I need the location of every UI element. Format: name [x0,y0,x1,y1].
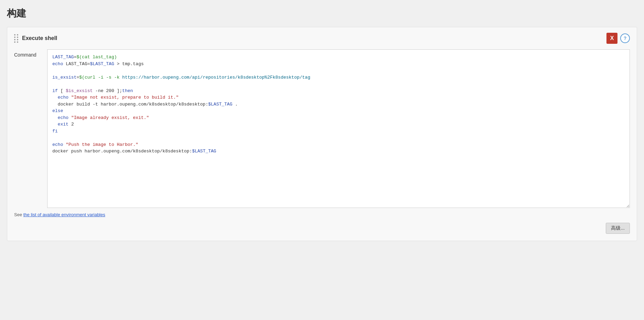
code-line: is_exsist=$(curl -i -s -k https://harbor… [52,74,625,81]
code-editor[interactable]: LAST_TAG=$(cat last_tag) echo LAST_TAG=$… [47,49,630,208]
code-line: else [52,108,625,114]
page-title: 构建 [7,7,637,20]
env-vars-link[interactable]: the list of available environment variab… [23,212,105,217]
code-line [52,134,625,141]
command-label: Command [14,49,42,58]
code-line: LAST_TAG=$(cat last_tag) [52,54,625,61]
code-line: echo "Image not exsist, prepare to build… [52,94,625,101]
drag-handle-icon[interactable] [14,34,19,43]
card-header-left: Execute shell [14,34,57,43]
code-line: docker build -t harbor.oupeng.com/k8sdes… [52,101,625,108]
code-line: echo "Image already exsist, exit." [52,114,625,121]
card-header: Execute shell X ? [14,33,630,44]
code-line: echo LAST_TAG=$LAST_TAG > tmp.tags [52,61,625,68]
execute-shell-card: Execute shell X ? Command LAST_TAG=$(cat… [7,27,637,241]
advanced-row: 高级... [14,223,630,234]
code-line: exit 2 [52,121,625,128]
code-line [52,81,625,88]
code-line: fi [52,128,625,135]
advanced-button[interactable]: 高级... [606,223,630,234]
card-header-right: X ? [606,33,630,44]
help-button[interactable]: ? [620,33,630,43]
code-line [52,67,625,74]
code-line: if [ $is_exsist -ne 200 ];then [52,88,625,94]
env-vars-row: See the list of available environment va… [14,212,630,217]
code-line: docker push harbor.oupeng.com/k8sdesktop… [52,148,625,155]
close-button[interactable]: X [606,33,617,44]
code-line: echo "Push the image to Harbor." [52,141,625,148]
command-row: Command LAST_TAG=$(cat last_tag) echo LA… [14,49,630,208]
env-vars-prefix-text: See [14,212,23,217]
card-title: Execute shell [22,35,57,41]
